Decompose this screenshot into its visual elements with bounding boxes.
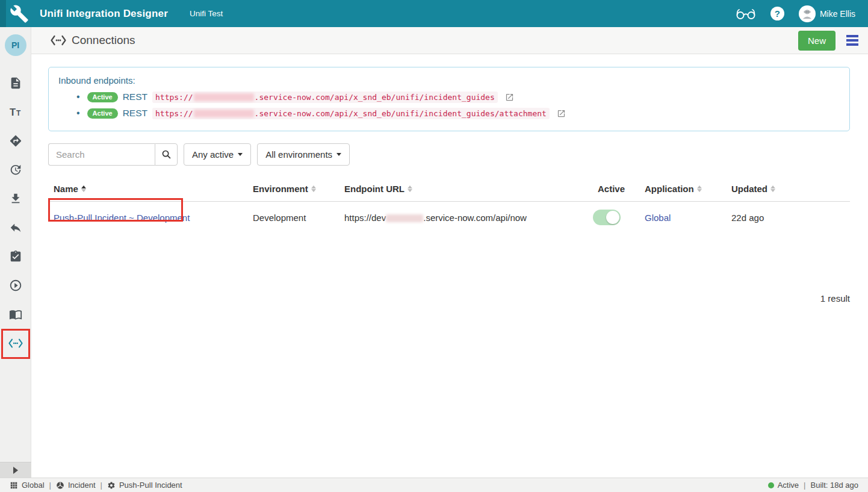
search-input[interactable] <box>48 143 155 166</box>
grid-icon <box>10 481 18 490</box>
scope-circle-icon <box>56 481 64 490</box>
toggle-knob <box>606 211 619 224</box>
application-link[interactable]: Global <box>645 213 671 223</box>
external-link-icon[interactable] <box>557 109 566 118</box>
update-clock-icon <box>9 163 22 176</box>
main-content: Inbound endpoints: • Active REST https:/… <box>31 54 868 478</box>
column-header-name[interactable]: Name <box>48 184 247 194</box>
search-icon <box>161 149 172 160</box>
document-icon <box>9 76 22 90</box>
column-header-updated[interactable]: Updated <box>726 184 850 194</box>
endpoint-row: • Active REST https://.service-now.com/a… <box>76 90 840 104</box>
results-count: 1 result <box>31 293 850 304</box>
directions-icon <box>9 134 22 148</box>
inbound-endpoints-panel: Inbound endpoints: • Active REST https:/… <box>48 67 850 131</box>
endpoint-row: • Active REST https://.service-now.com/a… <box>76 106 840 120</box>
expand-arrow-icon <box>13 467 18 474</box>
endpoint-url: https://.service-now.com/api/x_snd_eb/un… <box>152 92 498 103</box>
topbar-edge-shade <box>0 0 6 27</box>
user-menu[interactable]: Mike Ellis <box>799 5 855 22</box>
sidebar-item-reply[interactable] <box>8 220 23 235</box>
statusbar-separator: | <box>101 481 102 490</box>
endpoint-url-cell: https://dev.service-now.com/api/now <box>339 213 587 223</box>
wrench-icon <box>10 4 29 23</box>
sidebar-item-directions[interactable] <box>8 134 23 148</box>
connections-table: Name Environment Endpoint URL Active App… <box>48 179 850 233</box>
endpoint-url: https://.service-now.com/api/x_snd_eb/un… <box>152 108 550 119</box>
status-badge: Active <box>87 108 118 119</box>
sidebar-item-download[interactable] <box>8 192 23 206</box>
typography-icon: T T <box>8 105 23 119</box>
search-button[interactable] <box>155 143 178 166</box>
user-name: Mike Ellis <box>820 9 855 19</box>
sidebar-item-tasks[interactable] <box>8 249 23 264</box>
app-subtitle: Unifi Test <box>190 9 223 18</box>
active-filter-dropdown[interactable]: Any active <box>184 143 251 166</box>
column-header-endpoint-url[interactable]: Endpoint URL <box>339 184 587 194</box>
top-bar: Unifi Integration Designer Unifi Test ? … <box>0 0 868 27</box>
column-header-environment[interactable]: Environment <box>247 184 339 194</box>
name-cell: Push-Pull Incident ~ Development <box>48 213 247 223</box>
sidebar-item-documentation[interactable] <box>8 307 23 322</box>
statusbar-process[interactable]: Push-Pull Incident <box>107 481 182 490</box>
chevron-down-icon <box>336 153 341 156</box>
help-icon[interactable]: ? <box>770 7 784 20</box>
user-avatar <box>799 5 816 22</box>
statusbar-integration[interactable]: Incident <box>56 481 96 490</box>
book-icon <box>8 308 23 321</box>
connections-icon <box>8 338 23 349</box>
svg-text:T: T <box>9 107 15 117</box>
environment-cell: Development <box>247 213 339 223</box>
sort-icon <box>311 185 316 193</box>
app-title: Unifi Integration Designer <box>40 8 168 20</box>
play-circle-icon <box>9 279 22 292</box>
chevron-down-icon <box>238 153 243 156</box>
application-cell: Global <box>639 213 726 223</box>
gear-icon <box>107 481 116 490</box>
inbound-endpoints-heading: Inbound endpoints: <box>58 75 840 86</box>
glasses-icon[interactable] <box>736 8 756 20</box>
clipboard-check-icon <box>9 250 22 263</box>
sort-icon <box>697 185 702 193</box>
redacted-instance <box>194 110 254 117</box>
external-link-icon[interactable] <box>505 93 514 102</box>
statusbar-separator: | <box>804 481 805 490</box>
workspace-avatar[interactable]: PI <box>5 34 26 56</box>
table-header-row: Name Environment Endpoint URL Active App… <box>48 179 850 202</box>
column-header-active: Active <box>587 184 639 194</box>
status-badge: Active <box>87 92 118 102</box>
sort-icon <box>770 185 775 193</box>
active-toggle[interactable] <box>593 210 621 225</box>
menu-hamburger-icon[interactable] <box>845 33 860 48</box>
redacted-instance <box>386 214 423 222</box>
table-row: Push-Pull Incident ~ Development Develop… <box>48 202 850 233</box>
bullet-icon: • <box>76 108 80 119</box>
protocol-label: REST <box>123 92 147 102</box>
sidebar-item-run[interactable] <box>8 278 23 293</box>
status-dot <box>768 482 774 488</box>
sidebar-item-history[interactable] <box>8 163 23 177</box>
redacted-instance <box>194 93 254 101</box>
sidebar-item-connections[interactable] <box>8 336 23 350</box>
updated-cell: 22d ago <box>726 213 850 223</box>
sidebar-item-documents[interactable] <box>8 76 23 90</box>
new-button[interactable]: New <box>798 31 835 51</box>
filter-row: Any active All environments <box>48 143 851 166</box>
connection-name-link[interactable]: Push-Pull Incident ~ Development <box>54 213 190 223</box>
svg-text:T: T <box>16 109 20 117</box>
protocol-label: REST <box>123 108 147 119</box>
environment-filter-dropdown[interactable]: All environments <box>257 143 350 166</box>
page-title: Connections <box>72 34 135 47</box>
sidebar: PI T T <box>0 27 31 478</box>
sidebar-expand-button[interactable] <box>0 462 31 478</box>
active-cell <box>587 210 639 225</box>
page-header: Connections New <box>31 27 868 54</box>
statusbar-status: Active <box>778 481 799 490</box>
column-header-application[interactable]: Application <box>639 184 726 194</box>
connections-title-icon <box>51 35 66 46</box>
download-icon <box>9 192 22 205</box>
reply-arrow-icon <box>9 221 22 234</box>
sidebar-item-text[interactable]: T T <box>8 105 23 119</box>
statusbar-scope[interactable]: Global <box>10 481 45 490</box>
sort-icon <box>81 185 86 193</box>
